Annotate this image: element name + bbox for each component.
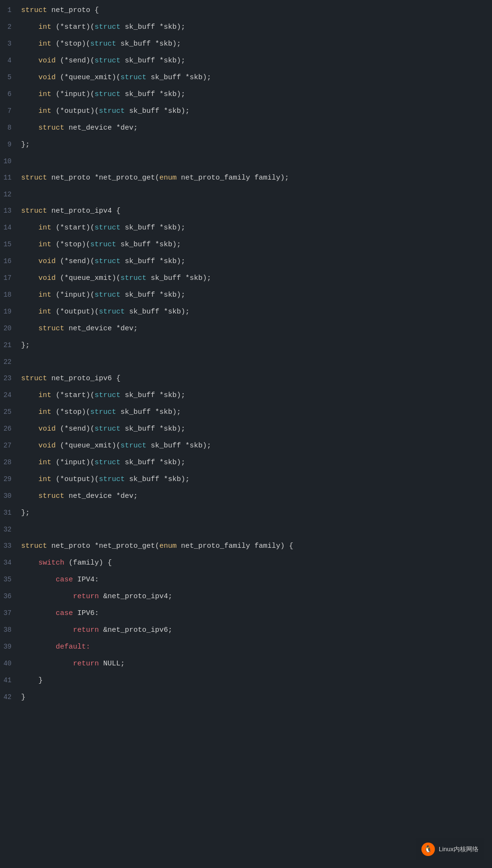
line-content: struct net_proto *net_proto_get(enum net… [19, 538, 492, 555]
code-line: 12 [0, 186, 492, 203]
line-content: return &net_proto_ipv4; [19, 589, 492, 605]
line-number: 35 [0, 571, 19, 588]
line-content: } [19, 673, 492, 689]
code-line: 4 void (*send)(struct sk_buff *skb); [0, 52, 492, 69]
line-content: void (*queue_xmit)(struct sk_buff *skb); [19, 438, 492, 454]
line-number: 28 [0, 454, 19, 470]
line-content: void (*send)(struct sk_buff *skb); [19, 253, 492, 270]
code-block: 1struct net_proto {2 int (*start)(struct… [0, 0, 492, 708]
code-line: 13struct net_proto_ipv4 { [0, 203, 492, 219]
code-line: 38 return &net_proto_ipv6; [0, 622, 492, 639]
code-line: 33struct net_proto *net_proto_get(enum n… [0, 538, 492, 555]
line-content: struct net_proto_ipv6 { [19, 371, 492, 387]
line-content: void (*queue_xmit)(struct sk_buff *skb); [19, 270, 492, 287]
line-number: 22 [0, 354, 19, 370]
code-line: 18 int (*input)(struct sk_buff *skb); [0, 287, 492, 303]
line-number: 7 [0, 103, 19, 119]
line-number: 15 [0, 236, 19, 253]
line-number: 19 [0, 303, 19, 320]
code-line: 5 void (*queue_xmit)(struct sk_buff *skb… [0, 69, 492, 86]
code-line: 21}; [0, 337, 492, 354]
code-line: 9}; [0, 136, 492, 153]
line-content: switch (family) { [19, 555, 492, 571]
line-content: int (*start)(struct sk_buff *skb); [19, 220, 492, 236]
line-number: 3 [0, 36, 19, 52]
line-number: 10 [0, 153, 19, 169]
line-content: int (*output)(struct sk_buff *skb); [19, 471, 492, 488]
line-content: } [19, 689, 492, 706]
code-line: 24 int (*start)(struct sk_buff *skb); [0, 387, 492, 404]
code-line: 34 switch (family) { [0, 555, 492, 571]
line-content: int (*stop)(struct sk_buff *skb); [19, 237, 492, 253]
line-number: 31 [0, 505, 19, 521]
line-number: 12 [0, 186, 19, 203]
code-line: 23struct net_proto_ipv6 { [0, 370, 492, 387]
line-number: 27 [0, 437, 19, 454]
code-line: 39 default: [0, 639, 492, 655]
line-content: int (*stop)(struct sk_buff *skb); [19, 36, 492, 52]
line-number: 26 [0, 421, 19, 437]
line-number: 33 [0, 538, 19, 554]
code-line: 7 int (*output)(struct sk_buff *skb); [0, 103, 492, 120]
line-content: void (*queue_xmit)(struct sk_buff *skb); [19, 70, 492, 86]
code-line: 6 int (*input)(struct sk_buff *skb); [0, 86, 492, 103]
line-number: 40 [0, 655, 19, 672]
line-content: }; [19, 505, 492, 521]
line-number: 20 [0, 320, 19, 337]
code-line: 8 struct net_device *dev; [0, 120, 492, 136]
line-number: 2 [0, 19, 19, 35]
line-content: return &net_proto_ipv6; [19, 622, 492, 639]
code-line: 31}; [0, 505, 492, 521]
line-number: 32 [0, 521, 19, 538]
line-number: 5 [0, 69, 19, 85]
line-content: int (*output)(struct sk_buff *skb); [19, 103, 492, 120]
code-line: 19 int (*output)(struct sk_buff *skb); [0, 303, 492, 320]
line-number: 8 [0, 120, 19, 136]
line-content: int (*stop)(struct sk_buff *skb); [19, 404, 492, 421]
line-number: 16 [0, 253, 19, 269]
code-line: 27 void (*queue_xmit)(struct sk_buff *sk… [0, 437, 492, 454]
line-number: 18 [0, 287, 19, 303]
line-content: struct net_proto *net_proto_get(enum net… [19, 170, 492, 186]
code-line: 2 int (*start)(struct sk_buff *skb); [0, 19, 492, 36]
line-number: 29 [0, 471, 19, 487]
line-content: }; [19, 137, 492, 153]
code-line: 37 case IPV6: [0, 605, 492, 622]
line-content: void (*send)(struct sk_buff *skb); [19, 53, 492, 69]
line-content: struct net_device *dev; [19, 488, 492, 505]
line-number: 41 [0, 672, 19, 688]
line-number: 23 [0, 370, 19, 386]
code-line: 40 return NULL; [0, 655, 492, 672]
line-content: int (*output)(struct sk_buff *skb); [19, 304, 492, 320]
line-content: int (*input)(struct sk_buff *skb); [19, 455, 492, 471]
line-content: struct net_device *dev; [19, 120, 492, 136]
code-line: 11struct net_proto *net_proto_get(enum n… [0, 169, 492, 186]
code-line: 32 [0, 521, 492, 538]
line-number: 4 [0, 52, 19, 69]
line-number: 17 [0, 270, 19, 286]
line-content: int (*start)(struct sk_buff *skb); [19, 19, 492, 36]
line-number: 30 [0, 488, 19, 504]
code-line: 20 struct net_device *dev; [0, 320, 492, 337]
line-content: default: [19, 639, 492, 655]
line-content: }; [19, 338, 492, 354]
line-content: int (*start)(struct sk_buff *skb); [19, 387, 492, 404]
line-number: 24 [0, 387, 19, 403]
line-content: case IPV4: [19, 572, 492, 588]
code-line: 30 struct net_device *dev; [0, 488, 492, 505]
watermark-icon: 🐧 [421, 843, 435, 856]
code-line: 35 case IPV4: [0, 571, 492, 588]
code-line: 25 int (*stop)(struct sk_buff *skb); [0, 404, 492, 421]
line-content: case IPV6: [19, 605, 492, 622]
line-number: 39 [0, 639, 19, 655]
line-number: 13 [0, 203, 19, 219]
code-line: 14 int (*start)(struct sk_buff *skb); [0, 219, 492, 236]
code-line: 28 int (*input)(struct sk_buff *skb); [0, 454, 492, 471]
code-line: 22 [0, 354, 492, 370]
code-line: 17 void (*queue_xmit)(struct sk_buff *sk… [0, 270, 492, 287]
line-content: struct net_proto { [19, 2, 492, 19]
line-content: struct net_proto_ipv4 { [19, 203, 492, 219]
line-number: 9 [0, 136, 19, 153]
code-line: 29 int (*output)(struct sk_buff *skb); [0, 471, 492, 488]
code-line: 16 void (*send)(struct sk_buff *skb); [0, 253, 492, 270]
